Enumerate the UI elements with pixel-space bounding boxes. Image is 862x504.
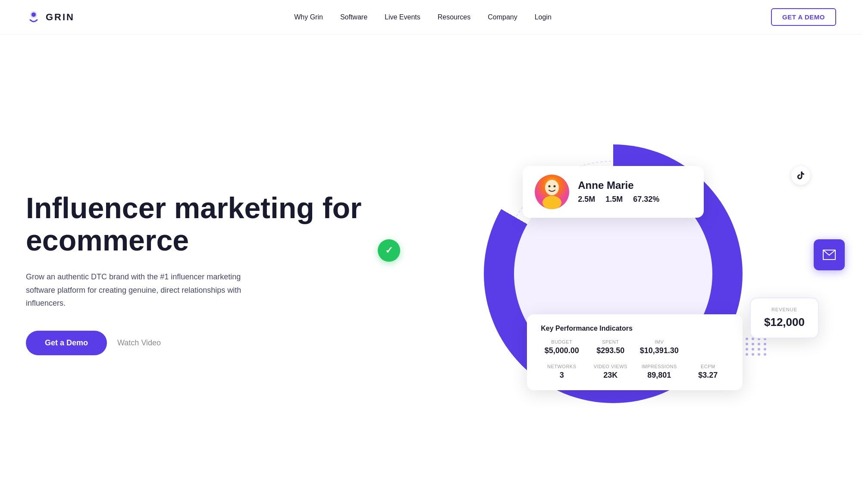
tiktok-icon <box>791 166 810 185</box>
stat-engagement-value: 67.32% <box>633 195 659 204</box>
nav-links: Why Grin Software Live Events Resources … <box>294 13 552 21</box>
kpi-empty <box>687 339 729 355</box>
logo-area[interactable]: GRIN <box>26 9 75 25</box>
hero-right: ✓ <box>391 123 836 425</box>
kpi-spent-value: $293.50 <box>589 346 631 355</box>
kpi-imv-label: IMV <box>638 339 680 344</box>
revenue-card: REVENUE $12,000 <box>750 297 819 338</box>
hero-buttons: Get a Demo Watch Video <box>26 331 373 355</box>
check-badge: ✓ <box>378 239 400 262</box>
kpi-impressions: IMPRESSIONS 89,801 <box>638 364 680 380</box>
svg-point-1 <box>31 13 36 17</box>
email-badge <box>814 239 845 270</box>
kpi-card: Key Performance Indicators BUDGET $5,000… <box>527 314 743 390</box>
kpi-impressions-value: 89,801 <box>638 371 680 380</box>
hero-left: Influencer marketing for ecommerce Grow … <box>26 192 391 355</box>
hero-subtitle: Grow an authentic DTC brand with the #1 … <box>26 270 250 310</box>
svg-point-6 <box>549 185 551 187</box>
nav-live-events[interactable]: Live Events <box>385 13 420 21</box>
nav-company[interactable]: Company <box>488 13 517 21</box>
kpi-networks-label: NETWORKS <box>541 364 583 369</box>
influencer-stat-reach: 1.5M <box>605 195 623 204</box>
influencer-name: Anne Marie <box>578 179 692 191</box>
svg-point-7 <box>554 185 556 187</box>
svg-point-4 <box>545 180 559 195</box>
stat-reach-value: 1.5M <box>605 195 623 204</box>
kpi-video-views-value: 23K <box>589 371 631 380</box>
revenue-value: $12,000 <box>763 316 806 329</box>
kpi-ecpm-value: $3.27 <box>687 371 729 380</box>
kpi-budget: BUDGET $5,000.00 <box>541 339 583 355</box>
kpi-grid: BUDGET $5,000.00 SPENT $293.50 IMV $10,3… <box>541 339 729 380</box>
influencer-stat-followers: 2.5M <box>578 195 595 204</box>
grin-logo-icon <box>26 9 41 25</box>
dots-decoration <box>746 338 767 356</box>
kpi-budget-value: $5,000.00 <box>541 346 583 355</box>
nav-get-demo-button[interactable]: GET A DEMO <box>771 8 836 26</box>
kpi-networks: NETWORKS 3 <box>541 364 583 380</box>
kpi-spent-label: SPENT <box>589 339 631 344</box>
brand-name: GRIN <box>46 12 75 23</box>
influencer-stat-engagement: 67.32% <box>633 195 659 204</box>
svg-point-5 <box>542 196 561 209</box>
kpi-video-views: VIDEO VIEWS 23K <box>589 364 631 380</box>
influencer-info: Anne Marie 2.5M 1.5M 67.32% <box>578 179 692 204</box>
nav-resources[interactable]: Resources <box>438 13 470 21</box>
kpi-title: Key Performance Indicators <box>541 325 729 332</box>
kpi-ecpm: ECPM $3.27 <box>687 364 729 380</box>
navbar: GRIN Why Grin Software Live Events Resou… <box>0 0 862 34</box>
kpi-ecpm-label: ECPM <box>687 364 729 369</box>
nav-software[interactable]: Software <box>340 13 367 21</box>
kpi-impressions-label: IMPRESSIONS <box>638 364 680 369</box>
nav-login[interactable]: Login <box>535 13 552 21</box>
get-demo-button[interactable]: Get a Demo <box>26 331 107 355</box>
influencer-stats: 2.5M 1.5M 67.32% <box>578 195 692 204</box>
kpi-imv-value: $10,391.30 <box>638 346 680 355</box>
kpi-video-views-label: VIDEO VIEWS <box>589 364 631 369</box>
hero-section: Influencer marketing for ecommerce Grow … <box>0 34 862 504</box>
kpi-spent: SPENT $293.50 <box>589 339 631 355</box>
kpi-networks-value: 3 <box>541 371 583 380</box>
nav-why-grin[interactable]: Why Grin <box>294 13 323 21</box>
kpi-imv: IMV $10,391.30 <box>638 339 680 355</box>
watch-video-button[interactable]: Watch Video <box>117 331 161 355</box>
kpi-budget-label: BUDGET <box>541 339 583 344</box>
influencer-card: Anne Marie 2.5M 1.5M 67.32% <box>523 166 704 218</box>
influencer-avatar <box>535 175 569 209</box>
hero-title: Influencer marketing for ecommerce <box>26 192 373 257</box>
revenue-label: REVENUE <box>763 307 806 312</box>
stat-followers-value: 2.5M <box>578 195 595 204</box>
